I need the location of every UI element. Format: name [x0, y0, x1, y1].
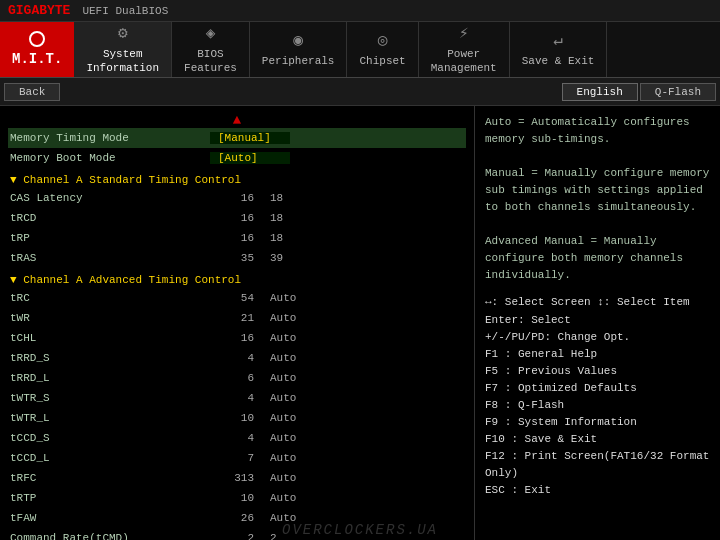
keybind-f10: F10 : Save & Exit: [485, 431, 710, 448]
toolbar: Back English Q-Flash: [0, 78, 720, 106]
setting-row[interactable]: tRAS3539: [8, 248, 466, 268]
setting-name: tCHL: [10, 332, 210, 344]
qflash-button[interactable]: Q-Flash: [640, 83, 716, 101]
nav-chipset[interactable]: ◎ Chipset: [347, 22, 418, 77]
setting-name: tCCD_S: [10, 432, 210, 444]
setting-row[interactable]: tWTR_S4Auto: [8, 388, 466, 408]
setting-row[interactable]: tRRD_S4Auto: [8, 348, 466, 368]
setting-row[interactable]: tWTR_L10Auto: [8, 408, 466, 428]
setting-name: CAS Latency: [10, 192, 210, 204]
setting-val1: 54: [210, 292, 270, 304]
setting-name: tWR: [10, 312, 210, 324]
setting-name: tWTR_L: [10, 412, 210, 424]
setting-val1: 313: [210, 472, 270, 484]
nav-mit[interactable]: M.I.T.: [0, 22, 74, 77]
nav-power-mgmt[interactable]: ⚡ PowerManagement: [419, 22, 510, 77]
setting-val1: 16: [210, 212, 270, 224]
setting-row[interactable]: Memory Timing Mode[Manual]: [8, 128, 466, 148]
language-button[interactable]: English: [562, 83, 638, 101]
setting-value: [Manual]: [210, 132, 290, 144]
setting-row[interactable]: tRFC313Auto: [8, 468, 466, 488]
setting-name: Memory Timing Mode: [10, 132, 210, 144]
setting-val2: Auto: [270, 412, 296, 424]
setting-row[interactable]: tRC54Auto: [8, 288, 466, 308]
keybind-f8: F8 : Q-Flash: [485, 397, 710, 414]
power-mgmt-icon: ⚡: [459, 24, 469, 45]
setting-name: tRTP: [10, 492, 210, 504]
scroll-up-indicator: ▲: [8, 112, 466, 128]
brand-name: GIGABYTE: [8, 3, 70, 18]
nav-bios-features[interactable]: ◈ BIOSFeatures: [172, 22, 250, 77]
dualbios-label: UEFI DualBIOS: [82, 5, 168, 17]
setting-row[interactable]: CAS Latency1618: [8, 188, 466, 208]
keybind-enter: Enter: Select: [485, 312, 710, 329]
description-text: Auto = Automatically configures memory s…: [485, 114, 710, 284]
setting-val1: 7: [210, 452, 270, 464]
setting-name: tRCD: [10, 212, 210, 224]
setting-val1: 16: [210, 332, 270, 344]
setting-name: tRP: [10, 232, 210, 244]
setting-val2: Auto: [270, 292, 296, 304]
nav-system-info[interactable]: ⚙ SystemInformation: [74, 22, 172, 77]
setting-name: tCCD_L: [10, 452, 210, 464]
setting-val1: 2: [210, 532, 270, 540]
setting-val1: 4: [210, 352, 270, 364]
settings-list: Memory Timing Mode[Manual]Memory Boot Mo…: [8, 128, 466, 540]
setting-val1: 4: [210, 392, 270, 404]
setting-name: tWTR_S: [10, 392, 210, 404]
setting-val2: 2: [270, 532, 277, 540]
nav-peripherals[interactable]: ◉ Peripherals: [250, 22, 348, 77]
setting-val2: 18: [270, 212, 283, 224]
setting-val1: 26: [210, 512, 270, 524]
setting-val1: 21: [210, 312, 270, 324]
mit-dot: [29, 31, 45, 47]
keybind-screen: ↔: Select Screen ↕: Select Item: [485, 294, 710, 311]
settings-panel: ▲ Memory Timing Mode[Manual]Memory Boot …: [0, 106, 475, 540]
main-content: ▲ Memory Timing Mode[Manual]Memory Boot …: [0, 106, 720, 540]
setting-row[interactable]: tRRD_L6Auto: [8, 368, 466, 388]
setting-val1: 35: [210, 252, 270, 264]
setting-val1: 10: [210, 412, 270, 424]
setting-val2: Auto: [270, 432, 296, 444]
keybind-f5: F5 : Previous Values: [485, 363, 710, 380]
setting-val2: Auto: [270, 472, 296, 484]
setting-row[interactable]: tCCD_S4Auto: [8, 428, 466, 448]
back-button[interactable]: Back: [4, 83, 60, 101]
nav-peripherals-label: Peripherals: [262, 54, 335, 68]
system-info-icon: ⚙: [118, 24, 128, 45]
nav-save-exit-label: Save & Exit: [522, 54, 595, 68]
setting-row[interactable]: tWR21Auto: [8, 308, 466, 328]
setting-row[interactable]: tCCD_L7Auto: [8, 448, 466, 468]
setting-name: Command Rate(tCMD): [10, 532, 210, 540]
nav-bios-features-label: BIOSFeatures: [184, 47, 237, 76]
setting-name: tRRD_L: [10, 372, 210, 384]
nav-power-mgmt-label: PowerManagement: [431, 47, 497, 76]
setting-name: tRC: [10, 292, 210, 304]
chipset-icon: ◎: [378, 31, 388, 52]
setting-row[interactable]: Memory Boot Mode[Auto]: [8, 148, 466, 168]
setting-row[interactable]: tCHL16Auto: [8, 328, 466, 348]
setting-val2: Auto: [270, 372, 296, 384]
help-panel: Auto = Automatically configures memory s…: [475, 106, 720, 540]
setting-val2: Auto: [270, 492, 296, 504]
setting-val2: Auto: [270, 352, 296, 364]
setting-val2: 18: [270, 192, 283, 204]
setting-val2: Auto: [270, 312, 296, 324]
setting-row[interactable]: tFAW26Auto: [8, 508, 466, 528]
setting-name: tRRD_S: [10, 352, 210, 364]
setting-row[interactable]: tRP1618: [8, 228, 466, 248]
setting-val2: Auto: [270, 332, 296, 344]
setting-row[interactable]: Command Rate(tCMD)22: [8, 528, 466, 540]
keybind-section: ↔: Select Screen ↕: Select Item Enter: S…: [485, 294, 710, 499]
setting-row[interactable]: tRTP10Auto: [8, 488, 466, 508]
nav-save-exit[interactable]: ↵ Save & Exit: [510, 22, 608, 77]
setting-val2: Auto: [270, 392, 296, 404]
setting-name: Memory Boot Mode: [10, 152, 210, 164]
setting-name: tFAW: [10, 512, 210, 524]
save-exit-icon: ↵: [553, 31, 563, 52]
nav-mit-label: M.I.T.: [12, 50, 62, 68]
setting-row[interactable]: tRCD1618: [8, 208, 466, 228]
setting-val1: 16: [210, 192, 270, 204]
setting-val1: 16: [210, 232, 270, 244]
setting-val2: Auto: [270, 512, 296, 524]
